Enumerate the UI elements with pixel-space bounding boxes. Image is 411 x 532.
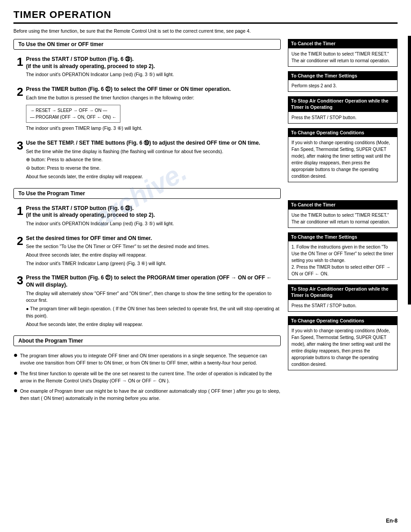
sidebar1-box2-header: To Change the Timer Settings bbox=[288, 72, 397, 81]
step1-content: Press the START / STOP button (Fig. 6 ㉓)… bbox=[26, 56, 281, 80]
s2-step3-desc2: About five seconds later, the entire dis… bbox=[26, 321, 281, 328]
step3-desc: Set the time while the time display is f… bbox=[26, 148, 281, 155]
section3-label: About the Program Timer bbox=[13, 335, 281, 346]
sidebar2-box2: To Change the Timer Settings 1. Follow t… bbox=[288, 232, 398, 280]
step2-content: Press the TIMER button (Fig. 6 ㉑) to sel… bbox=[26, 86, 281, 133]
section1-label: To Use the ON timer or OFF timer bbox=[13, 39, 281, 50]
s2-step3-number: 3 bbox=[13, 275, 23, 286]
s2-step2-desc2: About three seconds later, the entire di… bbox=[26, 252, 281, 259]
step1-desc: The indoor unit's OPERATION Indicator La… bbox=[26, 71, 281, 78]
step3-desc2: About five seconds later, the entire dis… bbox=[26, 173, 281, 180]
bullet-text1: The program timer allows you to integrat… bbox=[20, 352, 281, 367]
step1-title: Press the START / STOP button (Fig. 6 ㉓)… bbox=[26, 56, 281, 70]
s2-step1-content: Press the START / STOP button (Fig. 6 ㉓)… bbox=[26, 205, 281, 229]
step3-title: Use the SET TEMP. / SET TIME buttons (Fi… bbox=[26, 140, 281, 147]
sidebar2-box2-header: To Change the Timer Settings bbox=[288, 233, 397, 242]
s2-step2-desc: See the section "To Use the ON Timer or … bbox=[26, 243, 281, 250]
section2-step3: 3 Press the TIMER button (Fig. 6 ㉑) to s… bbox=[13, 275, 281, 329]
step3-bullet1: ⊕ button: Press to advance the time. bbox=[26, 156, 281, 163]
sidebar1-box1-body: Use the TIMER button to select "TIMER RE… bbox=[288, 48, 397, 66]
flow-diagram: → RESET → SLEEP → OFF → ON — — PROGRAM (… bbox=[26, 105, 120, 123]
s2-step3-desc: The display will alternately show "OFF t… bbox=[26, 290, 281, 305]
sidebar2-box2-body: 1. Follow the instructions given in the … bbox=[288, 241, 397, 279]
intro-text: Before using the timer function, be sure… bbox=[13, 28, 398, 34]
step1-number: 1 bbox=[13, 56, 23, 68]
sidebar1-box3-header: To Stop Air Conditioner Operation while … bbox=[288, 97, 397, 112]
bullet-dot3: ● bbox=[13, 387, 18, 394]
s2-step1-desc: The indoor unit's OPERATION Indicator La… bbox=[26, 220, 281, 227]
step2-desc2: The indoor unit's green TIMER lamp (Fig.… bbox=[26, 125, 281, 132]
section3-bullets: ● The program timer allows you to integr… bbox=[13, 352, 281, 402]
section3-bullet1: ● The program timer allows you to integr… bbox=[13, 352, 281, 367]
bullet-text3: One example of Program timer use might b… bbox=[20, 388, 281, 402]
s2-step3-title: Press the TIMER button (Fig. 6 ㉑) to sel… bbox=[26, 275, 281, 288]
page-title: TIMER OPERATION bbox=[13, 9, 398, 24]
sidebar2-box1: To Cancel the Timer Use the TIMER button… bbox=[288, 200, 398, 228]
s2-step2-title: Set the desired times for OFF timer and … bbox=[26, 235, 281, 242]
s2-step2-desc3: The indoor unit's TIMER Indicator Lamp (… bbox=[26, 260, 281, 267]
sidebar1-box1-header: To Cancel the Timer bbox=[288, 39, 397, 48]
step2-desc: Each time the button is pressed the time… bbox=[26, 94, 281, 102]
step3-bullet2: ⊖ button: Press to reverse the time. bbox=[26, 165, 281, 172]
section2-label: To Use the Program Timer bbox=[13, 188, 281, 199]
s2-step2-number: 2 bbox=[13, 235, 23, 247]
sidebar1-box2: To Change the Timer Settings Perform ste… bbox=[288, 71, 398, 92]
section1-step2: 2 Press the TIMER button (Fig. 6 ㉑) to s… bbox=[13, 86, 281, 133]
bullet-dot1: ● bbox=[13, 352, 18, 359]
step2-title: Press the TIMER button (Fig. 6 ㉑) to sel… bbox=[26, 86, 281, 93]
section3-bullet2: ● The first timer function to operate wi… bbox=[13, 370, 281, 385]
s2-step1-number: 1 bbox=[13, 205, 23, 217]
sidebar2-box4-header: To Change Operating Conditions bbox=[288, 317, 397, 326]
sidebar1-box1: To Cancel the Timer Use the TIMER button… bbox=[288, 39, 398, 67]
bullet-text2: The first timer function to operate will… bbox=[20, 370, 281, 385]
page-number: En-8 bbox=[386, 518, 398, 524]
bullet-dot2: ● bbox=[13, 369, 18, 377]
sidebar1-box2-body: Perform steps 2 and 3. bbox=[288, 80, 397, 91]
sidebar1-box4-header: To Change Operating Conditions bbox=[288, 129, 397, 137]
right-column: To Cancel the Timer Use the TIMER button… bbox=[288, 39, 398, 406]
step3-content: Use the SET TEMP. / SET TIME buttons (Fi… bbox=[26, 140, 281, 182]
sidebar-bar bbox=[408, 36, 411, 305]
step3-number: 3 bbox=[13, 140, 23, 151]
s2-step1-title: Press the START / STOP button (Fig. 6 ㉓)… bbox=[26, 205, 281, 219]
section1-step1: 1 Press the START / STOP button (Fig. 6 … bbox=[13, 56, 281, 80]
main-layout: To Use the ON timer or OFF timer 1 Press… bbox=[13, 39, 398, 406]
s2-step2-content: Set the desired times for OFF timer and … bbox=[26, 235, 281, 269]
section1-step3: 3 Use the SET TEMP. / SET TIME buttons (… bbox=[13, 140, 281, 182]
sidebar2-box1-header: To Cancel the Timer bbox=[288, 201, 397, 210]
sidebar1-box3: To Stop Air Conditioner Operation while … bbox=[288, 96, 398, 123]
section2-step1: 1 Press the START / STOP button (Fig. 6 … bbox=[13, 205, 281, 229]
sidebar2-box1-body: Use the TIMER button to select "TIMER RE… bbox=[288, 210, 397, 227]
sidebar2-box4: To Change Operating Conditions If you wi… bbox=[288, 316, 398, 371]
right-col-spacer bbox=[288, 187, 398, 200]
left-column: To Use the ON timer or OFF timer 1 Press… bbox=[13, 39, 281, 406]
s2-step3-content: Press the TIMER button (Fig. 6 ㉑) to sel… bbox=[26, 275, 281, 329]
sidebar1-box4-body: If you wish to change operating conditio… bbox=[288, 137, 397, 182]
sidebar2-box3-header: To Stop Air Conditioner Operation while … bbox=[288, 285, 397, 300]
sidebar2-box3-body: Press the START / STOP button. bbox=[288, 300, 397, 311]
step2-number: 2 bbox=[13, 86, 23, 98]
s2-step3-bullet: ● The program timer will begin operation… bbox=[26, 305, 281, 320]
sidebar2-box3: To Stop Air Conditioner Operation while … bbox=[288, 284, 398, 311]
sidebar1-box3-body: Press the START / STOP button. bbox=[288, 112, 397, 123]
sidebar2-box4-body: If you wish to change operating conditio… bbox=[288, 325, 397, 370]
section3-bullet3: ● One example of Program timer use might… bbox=[13, 388, 281, 402]
sidebar1-box4: To Change Operating Conditions If you wi… bbox=[288, 128, 398, 183]
section2-step2: 2 Set the desired times for OFF timer an… bbox=[13, 235, 281, 269]
